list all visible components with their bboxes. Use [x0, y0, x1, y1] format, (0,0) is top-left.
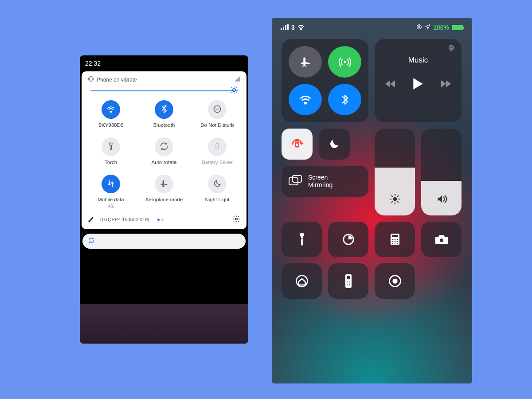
page-indicator [157, 219, 164, 221]
svg-point-31 [396, 243, 398, 245]
brightness-slider[interactable] [375, 129, 415, 215]
tile-airplane[interactable]: Aeroplane mode [137, 175, 191, 209]
rotate-icon [160, 142, 168, 152]
svg-point-13 [449, 45, 454, 50]
tile-torch[interactable]: Torch [84, 137, 137, 165]
carrier-label: 3 [291, 24, 295, 31]
battery-icon [213, 142, 221, 151]
tile-wifi[interactable]: SKY988D6 [84, 100, 137, 128]
tile-bluetooth[interactable]: Bluetooth [137, 100, 191, 128]
airplane-icon [160, 179, 168, 189]
screen-mirroring-label: Screen Mirroring [308, 174, 332, 189]
camera-button[interactable] [421, 222, 462, 257]
svg-point-36 [347, 276, 350, 279]
airplane-mode-button[interactable] [289, 46, 322, 78]
play-button[interactable] [412, 77, 424, 92]
sync-icon [88, 237, 95, 246]
svg-point-25 [396, 239, 398, 240]
svg-rect-0 [90, 77, 92, 82]
previous-track-button[interactable] [385, 79, 396, 90]
brightness-slider[interactable] [82, 85, 246, 96]
build-version-text: 10 (QPP4.190502.019) [99, 217, 149, 222]
tile-label: Auto-rotate [152, 160, 177, 165]
tile-label: Mobile data [98, 197, 124, 202]
media-title: Music [408, 56, 428, 65]
tile-dnd[interactable]: Do Not Disturb [191, 100, 244, 128]
flashlight-button[interactable] [282, 222, 322, 257]
do-not-disturb-button[interactable] [319, 129, 350, 160]
svg-point-14 [450, 47, 453, 49]
svg-rect-22 [392, 235, 398, 237]
tile-label: Bluetooth [153, 122, 175, 128]
settings-gear-icon[interactable] [232, 215, 240, 224]
screen-record-button[interactable] [375, 263, 415, 299]
android-status-bar: 22:32 [80, 55, 248, 71]
wifi-icon [106, 104, 116, 115]
lock-rotation-icon [416, 24, 422, 31]
battery-icon [452, 25, 463, 30]
wifi-status-icon [297, 24, 305, 31]
tile-autorotate[interactable]: Auto-rotate [137, 137, 191, 165]
orientation-lock-button[interactable] [282, 129, 313, 160]
svg-rect-6 [281, 28, 282, 30]
svg-point-30 [394, 243, 395, 245]
edit-icon[interactable] [88, 215, 95, 223]
volume-slider[interactable] [421, 129, 462, 215]
timer-button[interactable] [328, 222, 368, 257]
calculator-button[interactable] [375, 222, 415, 257]
bluetooth-icon [160, 105, 168, 114]
brightness-sun-icon [230, 86, 239, 96]
svg-point-26 [392, 241, 393, 243]
svg-point-37 [346, 282, 347, 282]
battery-percent-text: 100% [433, 24, 449, 31]
vibrate-status-text: Phone on vibrate [97, 77, 137, 83]
svg-point-42 [392, 278, 397, 283]
torch-icon [107, 142, 115, 151]
cellular-bars-icon [281, 24, 289, 31]
tile-night-light[interactable]: Night Light [191, 175, 244, 209]
dnd-icon [213, 105, 222, 114]
tile-label: Night Light [205, 197, 230, 202]
svg-point-39 [346, 284, 347, 285]
cellular-signal-icon [234, 76, 240, 83]
svg-point-40 [349, 284, 350, 285]
android-wallpaper [80, 304, 248, 344]
bluetooth-button[interactable] [328, 84, 361, 115]
android-quick-settings-panel: Phone on vibrate SKY988D6 [82, 71, 246, 229]
svg-point-23 [392, 239, 393, 240]
apple-tv-remote-button[interactable] [328, 263, 368, 299]
moon-icon [213, 179, 222, 189]
svg-rect-15 [295, 143, 299, 147]
tile-battery-saver[interactable]: Battery Saver [191, 137, 244, 165]
svg-rect-4 [217, 143, 218, 144]
svg-point-18 [393, 197, 397, 201]
svg-point-27 [394, 241, 395, 243]
vibrate-icon [88, 76, 94, 83]
tile-sublabel: 4G [108, 204, 113, 209]
svg-rect-9 [287, 24, 289, 30]
tile-label: Battery Saver [202, 160, 233, 165]
tile-label: Do Not Disturb [200, 122, 234, 128]
media-card[interactable]: Music [375, 39, 462, 122]
next-track-button[interactable] [440, 79, 451, 90]
data-icon [106, 179, 115, 189]
svg-rect-7 [283, 27, 284, 30]
svg-rect-3 [216, 144, 219, 149]
android-notification-bar[interactable] [82, 234, 246, 249]
screen-mirroring-button[interactable]: Screen Mirroring [282, 166, 368, 197]
wifi-button[interactable] [289, 84, 322, 115]
android-phone: 22:32 Phone on vibrate [80, 55, 248, 344]
airplay-icon[interactable] [447, 44, 455, 54]
svg-point-28 [396, 241, 398, 243]
connectivity-card [282, 39, 368, 122]
volume-icon [436, 193, 447, 207]
tile-mobile-data[interactable]: Mobile data 4G [84, 175, 137, 209]
ios-control-center: Music [272, 33, 472, 311]
svg-point-29 [392, 243, 393, 245]
android-tiles-grid: SKY988D6 Bluetooth Do Not Disturb Torch [82, 96, 246, 209]
cellular-data-button[interactable] [328, 46, 361, 78]
tile-label: SKY988D6 [98, 122, 124, 128]
home-button[interactable] [282, 263, 322, 299]
screen-mirroring-icon [289, 175, 302, 188]
svg-point-19 [301, 238, 302, 239]
